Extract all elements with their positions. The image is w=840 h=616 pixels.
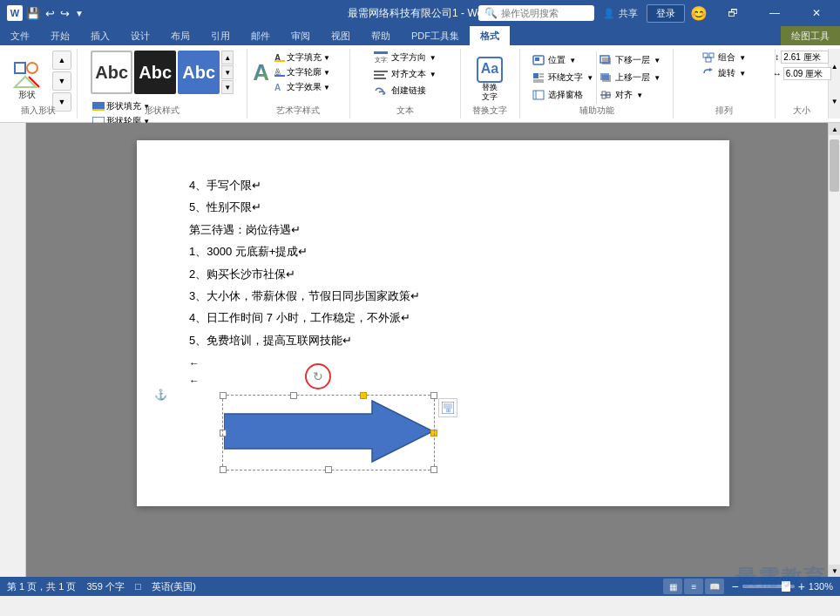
tab-home[interactable]: 开始 <box>40 26 80 45</box>
art-outline-dropdown[interactable]: ▼ <box>323 69 330 77</box>
align-btn[interactable]: 对齐 ▼ <box>597 87 663 103</box>
selection-pane-btn[interactable]: 选择窗格 <box>530 87 596 103</box>
handle-mid-right-yellow[interactable] <box>430 430 437 437</box>
handle-bottom-mid[interactable] <box>325 466 332 473</box>
group-dropdown[interactable]: ▼ <box>739 54 746 62</box>
help-search-input[interactable] <box>501 8 588 18</box>
send-backward-btn[interactable]: 下移一层 ▼ <box>597 52 663 68</box>
ribbon: 文件 开始 插入 设计 布局 引用 邮件 审阅 视图 帮助 PDF工具集 格式 … <box>0 26 840 123</box>
layout-options-button[interactable]: ⊞ <box>438 398 457 417</box>
handle-mid-left[interactable] <box>220 430 227 437</box>
macro-icon: □ <box>135 581 141 592</box>
abc-style-3[interactable]: Abc <box>178 51 220 94</box>
position-dropdown[interactable]: ▼ <box>569 57 576 64</box>
line-3: 第三待遇：岗位待遇↵ <box>189 220 677 240</box>
tab-insert[interactable]: 插入 <box>80 26 120 45</box>
restore-button[interactable]: 🗗 <box>713 0 753 26</box>
qat-dropdown-icon[interactable]: ▼ <box>75 9 84 18</box>
art-fill-dropdown[interactable]: ▼ <box>323 54 330 62</box>
redo-icon[interactable]: ↪ <box>60 7 70 20</box>
insert-shape-group-content: 形状 ▲ ▼ ▼ <box>5 51 71 112</box>
print-view-button[interactable]: ▦ <box>663 579 682 594</box>
rotate-dropdown[interactable]: ▼ <box>739 70 746 78</box>
art-text-outline-btn[interactable]: A 文字轮廓 ▼ <box>273 65 332 79</box>
zoom-minus-button[interactable]: − <box>731 579 738 593</box>
zoom-plus-button[interactable]: + <box>798 579 805 593</box>
send-backward-dropdown[interactable]: ▼ <box>654 57 660 64</box>
handle-bottom-right[interactable] <box>430 466 437 473</box>
anchor-icon: ⚓ <box>154 389 167 401</box>
arrow-shape[interactable] <box>224 396 433 466</box>
wrap-text-btn[interactable]: 环绕文字 ▼ <box>530 70 596 85</box>
abc-scroll-more[interactable]: ▼ <box>221 80 234 94</box>
login-button[interactable]: 登录 <box>647 4 685 23</box>
tab-review[interactable]: 审阅 <box>281 26 321 45</box>
document-text[interactable]: 4、手写个限↵ 5、性别不限↵ 第三待遇：岗位待遇↵ 1、3000 元底薪+提成… <box>189 175 677 350</box>
share-button[interactable]: 👤 共享 <box>596 7 645 20</box>
handle-bottom-left[interactable] <box>220 466 227 473</box>
handle-top-left[interactable] <box>220 392 227 399</box>
wrap-dropdown[interactable]: ▼ <box>586 74 593 82</box>
handle-top-mid[interactable] <box>290 392 297 399</box>
abc-scroll-up[interactable]: ▲ <box>221 51 234 64</box>
page-info: 第 1 页，共 1 页 <box>7 580 76 593</box>
tab-pdf[interactable]: PDF工具集 <box>401 26 470 45</box>
shape-scroll-down[interactable]: ▼ <box>52 71 71 91</box>
text-align-btn[interactable]: 对齐文本 ▼ <box>372 67 438 81</box>
tab-file[interactable]: 文件 <box>0 26 40 45</box>
tab-mail[interactable]: 邮件 <box>240 26 281 45</box>
abc-style-2[interactable]: Abc <box>134 51 176 94</box>
shape-scroll-up[interactable]: ▲ <box>52 51 71 70</box>
replace-text-button[interactable]: Aa 替换文字 <box>466 54 514 102</box>
scroll-track[interactable] <box>829 135 840 565</box>
art-text-effect-btn[interactable]: A 文字效果 ▼ <box>273 80 332 94</box>
art-fill-icon: A <box>274 53 285 62</box>
group-btn[interactable]: 组合 ▼ <box>701 51 748 64</box>
zoom-slider-thumb[interactable] <box>782 581 790 592</box>
text-align-dropdown[interactable]: ▼ <box>430 71 437 78</box>
tab-design[interactable]: 设计 <box>120 26 160 45</box>
tab-drawing-tools[interactable]: 绘图工具 <box>781 26 840 45</box>
rotate-btn[interactable]: 旋转 ▼ <box>701 66 748 80</box>
text-direction-btn[interactable]: 文字方向 文字方向 ▼ <box>372 51 438 64</box>
art-text-a-icon[interactable]: A <box>253 61 269 84</box>
position-btn[interactable]: 位置 ▼ <box>530 52 596 68</box>
rotation-handle[interactable]: ↻ <box>305 363 331 389</box>
tab-references[interactable]: 引用 <box>200 26 240 45</box>
text-direction-dropdown[interactable]: ▼ <box>430 54 437 62</box>
art-text-fill-btn[interactable]: A 文字填充 ▼ <box>273 51 332 64</box>
tab-layout[interactable]: 布局 <box>160 26 200 45</box>
scroll-up-button[interactable]: ▲ <box>829 123 840 135</box>
tab-format[interactable]: 格式 <box>470 26 510 45</box>
handle-top-right[interactable] <box>430 392 437 399</box>
height-input[interactable] <box>781 51 829 64</box>
abc-style-1[interactable]: Abc <box>91 51 132 94</box>
send-backward-icon <box>600 55 612 65</box>
abc-scroll-down[interactable]: ▼ <box>221 65 234 79</box>
shape-big-button[interactable]: 形状 <box>5 59 49 103</box>
create-link-btn[interactable]: 创建链接 <box>372 84 438 98</box>
position-icon <box>532 55 545 65</box>
scroll-down-button[interactable]: ▼ <box>829 565 840 577</box>
handle-top-right-yellow[interactable] <box>360 392 367 399</box>
align-dropdown[interactable]: ▼ <box>636 91 643 99</box>
read-view-button[interactable]: 📖 <box>705 579 724 594</box>
art-effect-dropdown[interactable]: ▼ <box>323 84 330 91</box>
save-icon[interactable]: 💾 <box>26 7 40 20</box>
minimize-button[interactable]: — <box>755 0 795 26</box>
width-icon: ↔ <box>773 69 782 78</box>
document-scroll-area[interactable]: 4、手写个限↵ 5、性别不限↵ 第三待遇：岗位待遇↵ 1、3000 元底薪+提成… <box>26 123 840 577</box>
tab-view[interactable]: 视图 <box>321 26 361 45</box>
text-group: 文字方向 文字方向 ▼ 对齐文本 ▼ <box>350 49 461 118</box>
close-button[interactable]: ✕ <box>796 0 837 26</box>
zoom-slider-track[interactable] <box>742 585 795 588</box>
bring-forward-dropdown[interactable]: ▼ <box>654 74 660 82</box>
undo-icon[interactable]: ↩ <box>45 7 55 20</box>
create-link-label: 创建链接 <box>391 85 426 97</box>
scroll-thumb[interactable] <box>830 139 839 192</box>
tab-help[interactable]: 帮助 <box>361 26 401 45</box>
help-search-box[interactable]: 🔍 <box>478 5 594 21</box>
bring-forward-btn[interactable]: 上移一层 ▼ <box>597 70 663 85</box>
web-view-button[interactable]: ≡ <box>684 579 703 594</box>
width-input[interactable] <box>783 67 831 80</box>
